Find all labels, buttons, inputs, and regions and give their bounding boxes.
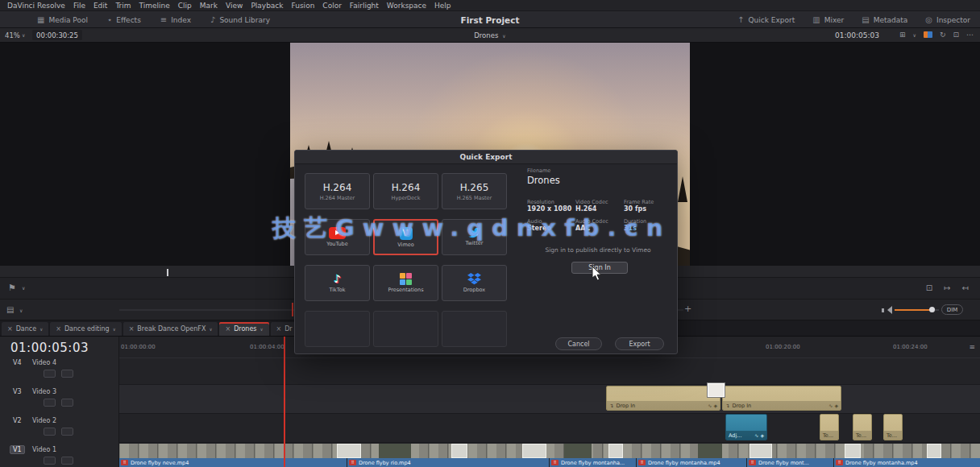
keyframe-icon[interactable]: ◈ bbox=[713, 403, 717, 408]
loop-icon[interactable]: ↤ bbox=[962, 283, 969, 292]
timeline-playhead[interactable] bbox=[284, 337, 285, 467]
keyframe-icon[interactable]: ◈ bbox=[834, 403, 838, 408]
track-lock-toggle[interactable] bbox=[61, 428, 73, 436]
inspector-button[interactable]: ◎ Inspector bbox=[925, 15, 970, 24]
preset-h264-hyperdeck[interactable]: H.264 HyperDeck bbox=[373, 173, 438, 209]
preset-h265-master[interactable]: H.265 H.265 Master bbox=[442, 173, 507, 209]
compare-icon[interactable]: ⊡ bbox=[953, 31, 959, 39]
scopes-icon[interactable] bbox=[924, 31, 932, 38]
media-pool-button[interactable]: ▦ Media Pool bbox=[37, 15, 88, 24]
clip-name-bar[interactable]: ⠿ Drone flyby mont... bbox=[747, 458, 833, 467]
menu-item-file[interactable]: File bbox=[73, 2, 85, 10]
timeline-tab-dance[interactable]: × Dance ∨ bbox=[2, 322, 48, 336]
menu-item-trim[interactable]: Trim bbox=[115, 2, 131, 10]
track-lock-toggle[interactable] bbox=[61, 370, 73, 378]
chevron-down-icon[interactable]: ∨ bbox=[39, 327, 43, 332]
close-icon[interactable]: × bbox=[129, 325, 135, 333]
clip-name-bar[interactable]: ⠿ Drone flyby rio.mp4 bbox=[347, 458, 549, 467]
marker-flag-icon[interactable]: ⚑ bbox=[8, 283, 16, 293]
speaker-icon[interactable] bbox=[882, 306, 891, 314]
preset-h264-master[interactable]: H.264 H.264 Master bbox=[305, 173, 370, 209]
timeline-tab-dance-editing[interactable]: × Dance editing ∨ bbox=[50, 322, 121, 336]
track-id-v4[interactable]: V4 bbox=[13, 359, 22, 366]
menu-item-fusion[interactable]: Fusion bbox=[292, 2, 315, 10]
timeline-tab-break-dance-openfx[interactable]: × Break Dance OpenFX ∨ bbox=[123, 322, 218, 336]
track-lock-toggle[interactable] bbox=[61, 457, 73, 465]
clip-name-bar[interactable]: ⠿ Drone flyby montanha.mp4 bbox=[637, 458, 746, 467]
menu-item-workspace[interactable]: Workspace bbox=[387, 2, 426, 10]
close-icon[interactable]: × bbox=[276, 325, 282, 333]
menu-item-mark[interactable]: Mark bbox=[200, 2, 218, 10]
close-icon[interactable]: × bbox=[225, 325, 230, 333]
curve-icon[interactable]: ∿ bbox=[754, 432, 758, 438]
timeline-tab-drones[interactable]: × Drones ∨ bbox=[219, 322, 268, 336]
refresh-icon[interactable]: ↻ bbox=[940, 31, 946, 39]
resize-icon[interactable]: ⊡ bbox=[926, 283, 932, 292]
menu-item-playback[interactable]: Playback bbox=[251, 2, 283, 10]
chevron-down-icon[interactable]: ∨ bbox=[113, 327, 116, 332]
grid-view-icon[interactable]: ⊞ bbox=[899, 31, 906, 39]
timeline-clip-adjustment[interactable]: Adj... ∿ ◈ bbox=[725, 414, 767, 440]
chevron-down-icon[interactable]: ∨ bbox=[22, 285, 25, 291]
mixer-button[interactable]: ▥ Mixer bbox=[812, 15, 844, 24]
preset-dropbox[interactable]: Dropbox bbox=[442, 265, 507, 301]
track-id-v2[interactable]: V2 bbox=[13, 417, 22, 424]
curve-icon[interactable]: ∿ bbox=[828, 403, 833, 408]
track-lock-toggle[interactable] bbox=[61, 399, 73, 407]
chevron-down-icon[interactable]: ∨ bbox=[209, 327, 212, 332]
menu-item-color[interactable]: Color bbox=[322, 2, 342, 10]
export-button[interactable]: Export bbox=[615, 337, 664, 350]
metadata-button[interactable]: ▤ Metadata bbox=[862, 15, 907, 24]
menu-item-app[interactable]: DaVinci Resolve bbox=[7, 2, 65, 10]
timeline-clip-text-2[interactable]: Te... bbox=[853, 414, 872, 440]
add-track-icon[interactable]: + bbox=[684, 304, 691, 314]
match-frame-icon[interactable]: ↦ bbox=[944, 283, 950, 292]
track-thumbnail-toggle[interactable] bbox=[44, 399, 56, 407]
track-thumbnail-toggle[interactable] bbox=[44, 370, 56, 378]
close-icon[interactable]: × bbox=[56, 325, 61, 333]
chevron-down-icon[interactable]: ∨ bbox=[913, 32, 916, 38]
more-options-icon[interactable]: ⋯ bbox=[966, 31, 974, 39]
menu-item-help[interactable]: Help bbox=[434, 2, 451, 10]
close-icon[interactable]: × bbox=[7, 325, 13, 333]
effects-button[interactable]: ⋆ Effects bbox=[107, 15, 141, 24]
cancel-button[interactable]: Cancel bbox=[555, 337, 602, 350]
clip-name-bar[interactable]: ⠿ Drone flyby montanha.mp4 bbox=[834, 458, 980, 467]
preset-vimeo-selected[interactable]: V Vimeo bbox=[373, 219, 438, 255]
scrollbar-playhead-marker[interactable] bbox=[292, 303, 293, 316]
track-id-v1[interactable]: V1 bbox=[10, 445, 25, 454]
track-thumbnail-toggle[interactable] bbox=[44, 457, 56, 465]
volume-slider-knob[interactable] bbox=[929, 307, 935, 312]
timeline-clip-drop-in-2[interactable]: ↴ Drop In ∿ ◈ bbox=[722, 386, 841, 411]
curve-icon[interactable]: ∿ bbox=[708, 403, 712, 408]
chevron-down-icon[interactable]: ∨ bbox=[502, 33, 505, 39]
sound-library-button[interactable]: ♪ Sound Library bbox=[210, 15, 270, 24]
timeline-clip-text-1[interactable]: Te... bbox=[820, 414, 839, 440]
menu-item-clip[interactable]: Clip bbox=[178, 2, 192, 10]
timeline-clip-drop-in-1[interactable]: ↴ Drop In ∿ ◈ bbox=[606, 386, 720, 411]
quick-export-button[interactable]: ↑ Quick Export bbox=[737, 15, 795, 24]
preset-twitter[interactable]: Twitter bbox=[442, 219, 507, 255]
chevron-down-icon[interactable]: ∨ bbox=[19, 308, 23, 313]
keyframe-icon[interactable]: ◈ bbox=[760, 432, 764, 438]
menu-item-fairlight[interactable]: Fairlight bbox=[350, 2, 379, 10]
track-id-v3[interactable]: V3 bbox=[13, 388, 22, 395]
chevron-down-icon[interactable]: ∨ bbox=[260, 327, 263, 332]
timeline-display-options-icon[interactable]: ≡ bbox=[969, 343, 975, 351]
timeline-clip-text-3[interactable]: Te... bbox=[883, 414, 903, 440]
menu-item-timeline[interactable]: Timeline bbox=[139, 2, 170, 10]
clip-name-bar[interactable]: ⠿ Drone flyby montanha... bbox=[550, 458, 636, 467]
menu-item-view[interactable]: View bbox=[226, 2, 243, 10]
preset-tiktok[interactable]: ♪ TikTok bbox=[305, 265, 370, 301]
jog-position-marker[interactable] bbox=[167, 269, 168, 276]
sign-in-button[interactable]: Sign In bbox=[571, 262, 628, 274]
menu-item-edit[interactable]: Edit bbox=[93, 2, 107, 10]
index-button[interactable]: ≡ Index bbox=[160, 15, 191, 24]
dim-button[interactable]: DIM bbox=[941, 304, 963, 315]
clip-name-bar[interactable]: ⠿ Drone flyby neve.mp4 bbox=[119, 458, 347, 467]
track-thumbnail-toggle[interactable] bbox=[44, 428, 56, 436]
preset-presentations[interactable]: Presentations bbox=[373, 265, 438, 301]
viewer-clip-name[interactable]: Drones bbox=[474, 31, 498, 39]
timeline-view-options-icon[interactable]: ▤ bbox=[6, 305, 14, 314]
preset-youtube[interactable]: YouTube bbox=[305, 219, 370, 255]
